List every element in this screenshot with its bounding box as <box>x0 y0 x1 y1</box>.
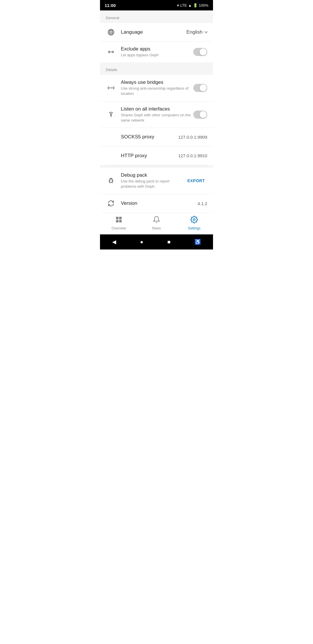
nav-item-news[interactable]: News <box>138 216 175 230</box>
split-arrows-icon <box>106 48 116 55</box>
status-icons: ▾ LTE ▲ 🔋 100% <box>177 3 208 8</box>
exclude-apps-toggle[interactable] <box>193 48 207 56</box>
language-content: Language <box>121 29 186 35</box>
overview-nav-label: Overview <box>112 226 126 230</box>
status-time: 11:00 <box>105 3 116 8</box>
arrows-horizontal-icon <box>106 84 116 91</box>
svg-point-9 <box>112 178 112 179</box>
exclude-apps-content: Exclude apps Let apps bypass Geph <box>121 46 193 58</box>
exclude-apps-row: Exclude apps Let apps bypass Geph <box>100 41 213 62</box>
debug-pack-row: Debug pack Use the debug pack to report … <box>100 168 213 194</box>
language-value[interactable]: English <box>186 29 207 35</box>
svg-rect-13 <box>119 220 122 222</box>
http-proxy-row: HTTP proxy 127.0.0.1:9910 <box>100 146 213 165</box>
svg-rect-10 <box>116 217 119 220</box>
settings-icon <box>190 216 198 225</box>
debug-pack-subtitle: Use the debug pack to report problems wi… <box>121 179 185 189</box>
nav-item-overview[interactable]: Overview <box>100 216 138 230</box>
bug-icon <box>106 177 116 184</box>
always-use-bridges-toggle[interactable] <box>193 84 207 92</box>
details-settings-group: Always use bridges Use strong anti-censo… <box>100 75 213 165</box>
http-proxy-content: HTTP proxy <box>121 153 178 159</box>
svg-point-8 <box>110 178 111 179</box>
http-proxy-title: HTTP proxy <box>121 153 178 159</box>
listen-all-interfaces-content: Listen on all interfaces Shares Geph wit… <box>121 106 193 123</box>
overview-icon <box>115 216 123 225</box>
svg-rect-11 <box>119 217 122 220</box>
general-settings-group: Language English Exclude apps Let apps b… <box>100 23 213 62</box>
svg-point-14 <box>193 219 195 221</box>
section-gap <box>100 165 213 168</box>
socks5-proxy-row: SOCKS5 proxy 127.0.0.1:9909 <box>100 128 213 146</box>
version-content: Version <box>121 200 198 206</box>
listen-all-interfaces-subtitle: Shares Geph with other computers on the … <box>121 113 193 123</box>
socks5-proxy-value: 127.0.0.1:9909 <box>178 135 207 140</box>
export-button[interactable]: EXPORT <box>185 177 207 184</box>
language-row[interactable]: Language English <box>100 23 213 41</box>
radio-signal-icon <box>106 111 116 118</box>
language-selected: English <box>186 29 203 35</box>
battery-percent: 100% <box>199 3 208 8</box>
recents-button[interactable]: ■ <box>168 239 171 245</box>
content: General Language English <box>100 10 213 213</box>
wifi-icon: ▾ <box>177 3 179 8</box>
other-settings-group: Debug pack Use the debug pack to report … <box>100 168 213 213</box>
listen-all-interfaces-title: Listen on all interfaces <box>121 106 193 112</box>
debug-pack-content: Debug pack Use the debug pack to report … <box>121 172 185 189</box>
language-chevron <box>204 30 208 33</box>
language-title: Language <box>121 29 186 35</box>
listen-all-interfaces-toggle[interactable] <box>193 111 207 119</box>
home-button[interactable]: ● <box>140 239 143 245</box>
always-use-bridges-content: Always use bridges Use strong anti-censo… <box>121 79 193 96</box>
news-nav-label: News <box>152 226 161 230</box>
svg-point-5 <box>110 114 112 115</box>
back-button[interactable]: ◀ <box>112 239 116 245</box>
accessibility-button[interactable]: ♿ <box>194 239 201 245</box>
http-proxy-value: 127.0.0.1:9910 <box>178 153 207 158</box>
always-use-bridges-row: Always use bridges Use strong anti-censo… <box>100 75 213 101</box>
svg-rect-12 <box>116 220 119 222</box>
android-nav-bar: ◀ ● ■ ♿ <box>100 234 213 249</box>
news-icon <box>153 216 160 225</box>
socks5-proxy-title: SOCKS5 proxy <box>121 134 178 140</box>
lte-icon: LTE <box>180 3 187 8</box>
nav-item-settings[interactable]: Settings <box>175 216 213 230</box>
battery-icon: 🔋 <box>193 3 198 8</box>
version-title: Version <box>121 200 198 206</box>
globe-icon <box>106 29 116 36</box>
version-row: Version 4.1.2 <box>100 194 213 213</box>
bottom-nav: Overview News Settings <box>100 213 213 234</box>
socks5-proxy-content: SOCKS5 proxy <box>121 134 178 140</box>
listen-all-interfaces-row: Listen on all interfaces Shares Geph wit… <box>100 102 213 128</box>
always-use-bridges-subtitle: Use strong anti-censorship regardless of… <box>121 86 193 96</box>
signal-icon: ▲ <box>188 3 192 8</box>
version-value: 4.1.2 <box>198 201 207 206</box>
refresh-icon <box>106 200 116 207</box>
exclude-apps-title: Exclude apps <box>121 46 193 52</box>
settings-nav-label: Settings <box>188 226 200 230</box>
details-section-label: Details <box>100 62 213 75</box>
general-section-label: General <box>100 10 213 23</box>
status-bar: 11:00 ▾ LTE ▲ 🔋 100% <box>100 0 213 10</box>
debug-pack-title: Debug pack <box>121 172 185 178</box>
always-use-bridges-title: Always use bridges <box>121 79 193 85</box>
svg-rect-7 <box>110 179 112 182</box>
exclude-apps-subtitle: Let apps bypass Geph <box>121 53 193 58</box>
